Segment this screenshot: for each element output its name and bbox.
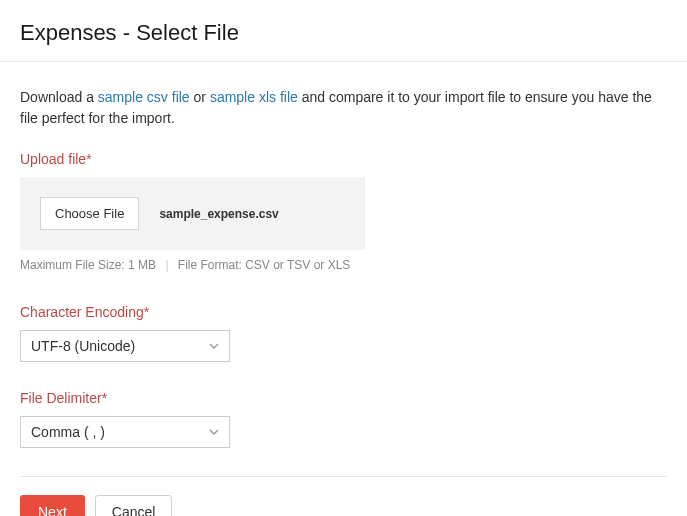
chevron-down-icon <box>209 429 219 435</box>
footer-divider <box>20 476 667 477</box>
upload-box: Choose File sample_expense.csv <box>20 177 365 250</box>
character-encoding-label: Character Encoding* <box>20 304 667 320</box>
page-title: Expenses - Select File <box>20 20 667 46</box>
helper-file-format: File Format: CSV or TSV or XLS <box>178 258 351 272</box>
upload-file-label: Upload file* <box>20 151 667 167</box>
file-delimiter-label: File Delimiter* <box>20 390 667 406</box>
intro-part1: Download a <box>20 89 98 105</box>
helper-separator: | <box>165 258 168 272</box>
chevron-down-icon <box>209 343 219 349</box>
header-divider <box>0 61 687 62</box>
chosen-filename: sample_expense.csv <box>159 207 278 221</box>
upload-helper-text: Maximum File Size: 1 MB | File Format: C… <box>20 258 667 272</box>
file-delimiter-value: Comma ( , ) <box>31 424 105 440</box>
next-button[interactable]: Next <box>20 495 85 516</box>
sample-csv-link[interactable]: sample csv file <box>98 89 190 105</box>
button-row: Next Cancel <box>20 495 667 516</box>
character-encoding-select[interactable]: UTF-8 (Unicode) <box>20 330 230 362</box>
file-delimiter-select[interactable]: Comma ( , ) <box>20 416 230 448</box>
helper-max-size: Maximum File Size: 1 MB <box>20 258 156 272</box>
character-encoding-value: UTF-8 (Unicode) <box>31 338 135 354</box>
choose-file-button[interactable]: Choose File <box>40 197 139 230</box>
intro-text: Download a sample csv file or sample xls… <box>20 87 667 129</box>
cancel-button[interactable]: Cancel <box>95 495 173 516</box>
intro-part2: or <box>190 89 210 105</box>
sample-xls-link[interactable]: sample xls file <box>210 89 298 105</box>
